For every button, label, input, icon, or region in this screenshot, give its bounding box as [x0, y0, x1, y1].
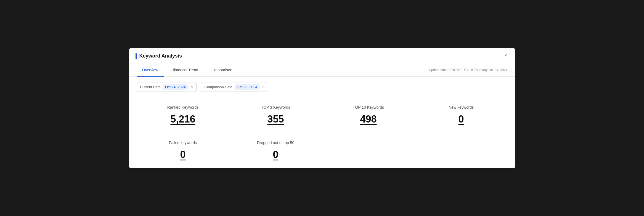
card-title: Keyword Analysis [139, 53, 182, 59]
collapse-icon[interactable]: ^ [505, 53, 507, 59]
comparison-date-filter[interactable]: Comparison Date Oct 23, 2024 × [201, 82, 268, 92]
comparison-date-label: Comparison Date [205, 85, 232, 89]
ranked-keywords-value: 5,216 [170, 113, 195, 125]
metric-empty-1 [322, 136, 415, 163]
top3-keywords-value: 355 [267, 113, 284, 125]
metric-top10-keywords: TOP 10 Keywords 498 [322, 101, 415, 127]
failed-keywords-label: Failed keywords [169, 140, 197, 145]
update-time: Update time: 02:07pm UTC+8 Thursday Oct … [429, 68, 508, 72]
dropped-top50-label: Dropped out of top 50 [257, 140, 294, 145]
metric-new-keywords: New keywords 0 [415, 101, 508, 127]
title-accent-bar [136, 53, 137, 59]
ranked-keywords-label: Ranked Keywords [167, 105, 199, 110]
tab-comparison[interactable]: Comparison [206, 64, 238, 77]
tabs-row: Overview Historical Trend Comparison Upd… [129, 64, 515, 77]
metric-ranked-keywords: Ranked Keywords 5,216 [137, 101, 229, 127]
comparison-date-close-icon[interactable]: × [262, 85, 264, 89]
metrics-bottom-row: Failed keywords 0 Dropped out of top 50 … [137, 136, 508, 163]
top10-keywords-label: TOP 10 Keywords [353, 105, 384, 110]
top3-keywords-label: TOP 3 Keywords [261, 105, 290, 110]
current-date-value: Oct 24, 2024 [163, 84, 188, 90]
keyword-analysis-card: Keyword Analysis ^ Overview Historical T… [129, 48, 515, 168]
metric-failed-keywords: Failed keywords 0 [137, 136, 229, 163]
metrics-section: Ranked Keywords 5,216 TOP 3 Keywords 355… [129, 96, 515, 168]
new-keywords-label: New keywords [449, 105, 474, 110]
failed-keywords-value: 0 [180, 149, 185, 160]
new-keywords-value: 0 [458, 113, 464, 125]
metric-empty-2 [415, 136, 508, 163]
metrics-top-row: Ranked Keywords 5,216 TOP 3 Keywords 355… [137, 101, 508, 127]
current-date-label: Current Date [140, 85, 161, 89]
tabs-container: Overview Historical Trend Comparison [137, 64, 238, 76]
dropped-top50-value: 0 [273, 149, 278, 160]
top10-keywords-value: 498 [360, 113, 377, 125]
tab-historical-trend[interactable]: Historical Trend [166, 64, 204, 77]
metric-dropped-top50: Dropped out of top 50 0 [229, 136, 322, 163]
comparison-date-value: Oct 23, 2024 [235, 84, 259, 90]
metric-top3-keywords: TOP 3 Keywords 355 [229, 101, 322, 127]
card-header: Keyword Analysis ^ [129, 48, 515, 64]
current-date-close-icon[interactable]: × [190, 85, 193, 89]
card-title-row: Keyword Analysis [136, 53, 182, 59]
tab-overview[interactable]: Overview [137, 64, 164, 77]
filters-row: Current Date Oct 24, 2024 × Comparison D… [129, 77, 515, 96]
current-date-filter[interactable]: Current Date Oct 24, 2024 × [137, 82, 197, 92]
